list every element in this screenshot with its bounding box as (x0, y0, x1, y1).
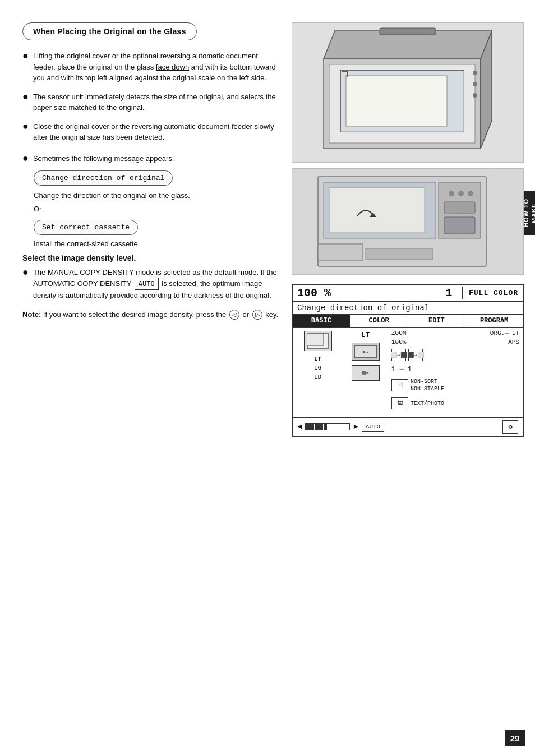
change-dir-desc: Change the direction of the original on … (34, 190, 280, 201)
prog-seg-1 (306, 424, 310, 430)
prog-seg-7 (332, 424, 336, 430)
prog-seg-4 (319, 424, 323, 430)
display-zoom: 100 % (297, 287, 331, 299)
density-bullet-row: ● The MANUAL COPY DENSITY mode is select… (22, 267, 280, 301)
sort-labels: NON-SORT NON-STAPLE (411, 378, 444, 393)
copier-svg-bottom (312, 171, 503, 272)
tab-basic[interactable]: BASIC (293, 315, 350, 327)
note-section: Note: If you want to select the desired … (22, 309, 280, 320)
zoom-label: ZOOM (391, 330, 406, 336)
prog-seg-9 (341, 424, 345, 430)
auto-btn[interactable]: AUTO (362, 422, 384, 432)
prog-seg-3 (315, 424, 319, 430)
zoom-row: ZOOM ORG.→ LT (391, 330, 519, 336)
paper-size-lt: LT (314, 356, 321, 362)
icon-buttons-row: ⬜→⬛ ⬛→⬜ (391, 349, 519, 361)
copier-svg-top (312, 25, 503, 160)
svg-rect-8 (380, 28, 436, 35)
section-header: When Placing the Original on the Glass (22, 22, 197, 40)
prog-seg-10 (345, 424, 349, 430)
bullet-dot-1: ● (22, 50, 29, 62)
non-staple-label: NON-STAPLE (411, 385, 444, 393)
copy-ratio: 1 → 1 (391, 366, 412, 374)
side-tab-text2: MAKE (531, 202, 535, 223)
display-center-panel: LT ≡⇒ ▤⇒ (343, 328, 388, 417)
main-layout: When Placing the Original on the Glass ●… (22, 22, 524, 437)
tab-edit[interactable]: EDIT (408, 315, 466, 327)
svg-point-17 (458, 191, 464, 196)
svg-point-16 (449, 191, 454, 196)
bullet-item-3: ● Close the original cover or the revers… (22, 121, 280, 143)
note-text: If you want to select the desired image … (43, 310, 278, 319)
display-message-row: Change direction of original (293, 302, 523, 315)
progress-bar (305, 423, 350, 430)
sometimes-intro-row: ● Sometimes the following message appear… (22, 153, 280, 164)
copy-ratio-row: 1 → 1 (391, 366, 519, 374)
select-density-title: Select the image density level. (22, 253, 280, 262)
tab-program[interactable]: PROGRAM (465, 315, 523, 327)
change-direction-box: Change direction of original (34, 170, 173, 186)
right-arrow-btn[interactable]: ► (353, 422, 358, 431)
orb-label: ORG.→ (490, 330, 509, 336)
note-label: Note: (22, 310, 41, 319)
cassette-inner: ≡⇒ (354, 345, 377, 358)
bullet-text-2: The sensor unit immediately detects the … (33, 91, 280, 113)
aps-label: APS (508, 339, 519, 345)
text-photo-label: TEXT/PHOTO (411, 400, 444, 407)
cassette-icon: ≡⇒ (352, 343, 380, 361)
zoom-value-row: 100% APS (391, 339, 519, 345)
prog-seg-8 (336, 424, 340, 430)
tab-color[interactable]: COLOR (350, 315, 408, 327)
density-bullet-dot: ● (22, 267, 29, 278)
svg-point-11 (473, 93, 477, 98)
settings-icon[interactable]: ⚙ (502, 420, 518, 434)
paper-size-ld: LD (314, 374, 321, 380)
bullet-dot-3: ● (22, 121, 29, 132)
key-left-icon: ◁ (229, 310, 239, 320)
svg-rect-5 (346, 76, 447, 126)
bullet-text-3: Close the original cover or the reversin… (33, 121, 280, 143)
bullet-item-2: ● The sensor unit immediately detects th… (22, 91, 280, 113)
prog-seg-5 (324, 424, 328, 430)
settings-icon-area: ⚙ (502, 420, 518, 434)
display-separator (462, 287, 463, 299)
density-bullet-text: The MANUAL COPY DENSITY mode is selected… (33, 267, 280, 301)
lt-label-right: LT (512, 330, 519, 336)
text-photo-row: 🖼 TEXT/PHOTO (391, 397, 519, 409)
svg-rect-20 (444, 217, 475, 234)
display-full-color: FULL COLOR (469, 289, 518, 297)
sort-option-row: 📄 NON-SORT NON-STAPLE (391, 378, 519, 393)
key-right-icon: ▷ (252, 310, 262, 320)
bullet-dot-2: ● (22, 91, 29, 103)
sort-pages-icon[interactable]: 📄 (391, 379, 408, 391)
sort-icon-box: ▤⇒ (352, 365, 380, 381)
display-body: LT LG LD LT ≡⇒ ▤⇒ (293, 328, 523, 417)
display-top-bar: 100 % 1 FULL COLOR (293, 285, 523, 302)
display-bottom-bar: ◄ ► AUTO (293, 417, 523, 436)
non-sort-label: NON-SORT (411, 378, 444, 385)
sometimes-intro-text: Sometimes the following message appears: (33, 153, 174, 164)
set-cassette-box: Set correct cassette (34, 220, 138, 235)
auto-box: AUTO (135, 278, 159, 290)
copier-image-bottom (292, 168, 524, 275)
right-column: 100 % 1 FULL COLOR Change direction of o… (292, 22, 524, 437)
svg-rect-21 (318, 244, 363, 261)
display-tabs: BASIC COLOR EDIT PROGRAM (293, 315, 523, 328)
multi-copy-icon[interactable]: ⬛→⬜ (408, 349, 423, 361)
display-count: 1 (445, 287, 452, 299)
bullet-list: ● Lifting the original cover or the opti… (22, 50, 280, 143)
display-panel: 100 % 1 FULL COLOR Change direction of o… (292, 284, 524, 437)
copier-image-top (292, 22, 524, 163)
svg-rect-14 (329, 188, 425, 233)
page-container: HOW TO MAKE COPIES 29 When Placing the O… (0, 0, 535, 756)
single-copy-icon[interactable]: ⬜→⬛ (391, 349, 406, 361)
display-right-panel: ZOOM ORG.→ LT 100% APS ⬜→⬛ (388, 328, 523, 417)
bullet-text-1: Lifting the original cover or the option… (33, 50, 280, 84)
prog-seg-2 (310, 424, 314, 430)
left-column: When Placing the Original on the Glass ●… (22, 22, 280, 437)
or-text: Or (34, 205, 280, 213)
left-arrow-btn[interactable]: ◄ (297, 422, 302, 431)
display-left-panel: LT LG LD (293, 328, 343, 417)
text-photo-icon[interactable]: 🖼 (391, 397, 408, 409)
sometimes-bullet-dot: ● (22, 153, 29, 164)
